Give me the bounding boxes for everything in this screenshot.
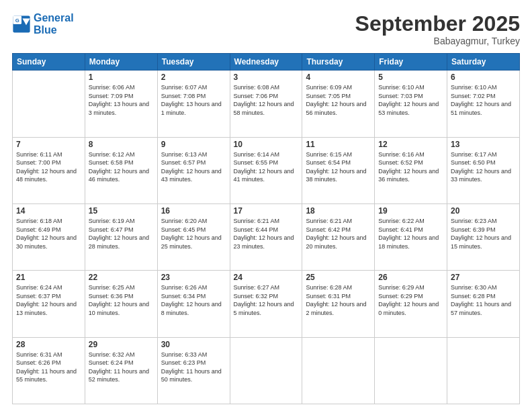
table-row: 2Sunrise: 6:07 AM Sunset: 7:08 PM Daylig…: [157, 71, 230, 137]
day-number: 5: [378, 73, 443, 82]
header-wednesday: Wednesday: [230, 54, 302, 71]
cell-info: Sunrise: 6:13 AM Sunset: 6:57 PM Dayligh…: [161, 150, 226, 184]
cell-info: Sunrise: 6:31 AM Sunset: 6:26 PM Dayligh…: [16, 351, 81, 384]
day-number: 28: [16, 340, 81, 349]
table-row: 5Sunrise: 6:10 AM Sunset: 7:03 PM Daylig…: [375, 71, 447, 137]
page: G General Blue September 2025 Babayagmur…: [0, 0, 532, 411]
logo-line1: General: [34, 12, 74, 24]
day-number: 25: [306, 273, 371, 282]
day-number: 22: [89, 273, 154, 282]
table-row: 18Sunrise: 6:21 AM Sunset: 6:42 PM Dayli…: [302, 203, 375, 270]
cell-info: Sunrise: 6:18 AM Sunset: 6:49 PM Dayligh…: [16, 217, 81, 250]
calendar-header-row: Sunday Monday Tuesday Wednesday Thursday…: [13, 54, 520, 71]
cell-info: Sunrise: 6:27 AM Sunset: 6:32 PM Dayligh…: [234, 283, 299, 317]
table-row: 14Sunrise: 6:18 AM Sunset: 6:49 PM Dayli…: [13, 203, 85, 270]
cell-info: Sunrise: 6:23 AM Sunset: 6:39 PM Dayligh…: [451, 217, 516, 250]
cell-info: Sunrise: 6:20 AM Sunset: 6:45 PM Dayligh…: [161, 217, 226, 250]
subtitle: Babayagmur, Turkey: [355, 36, 520, 46]
table-row: 30Sunrise: 6:33 AM Sunset: 6:23 PM Dayli…: [157, 337, 230, 404]
day-number: 10: [234, 140, 299, 149]
cell-info: Sunrise: 6:25 AM Sunset: 6:36 PM Dayligh…: [89, 283, 154, 317]
cell-info: Sunrise: 6:29 AM Sunset: 6:29 PM Dayligh…: [378, 283, 443, 317]
table-row: 1Sunrise: 6:06 AM Sunset: 7:09 PM Daylig…: [85, 71, 157, 137]
table-row: 13Sunrise: 6:17 AM Sunset: 6:50 PM Dayli…: [447, 137, 520, 203]
day-number: 30: [161, 340, 226, 349]
table-row: 29Sunrise: 6:32 AM Sunset: 6:24 PM Dayli…: [85, 337, 157, 404]
table-row: 22Sunrise: 6:25 AM Sunset: 6:36 PM Dayli…: [85, 271, 157, 337]
day-number: 19: [378, 206, 443, 216]
table-row: 15Sunrise: 6:19 AM Sunset: 6:47 PM Dayli…: [85, 203, 157, 270]
cell-info: Sunrise: 6:28 AM Sunset: 6:31 PM Dayligh…: [306, 283, 371, 317]
table-row: 3Sunrise: 6:08 AM Sunset: 7:06 PM Daylig…: [230, 71, 302, 137]
cell-info: Sunrise: 6:30 AM Sunset: 6:28 PM Dayligh…: [451, 283, 516, 317]
day-number: 21: [16, 273, 81, 282]
day-number: 4: [306, 73, 371, 82]
table-row: 17Sunrise: 6:21 AM Sunset: 6:44 PM Dayli…: [230, 203, 302, 270]
cell-info: Sunrise: 6:06 AM Sunset: 7:09 PM Dayligh…: [89, 83, 154, 117]
table-row: 25Sunrise: 6:28 AM Sunset: 6:31 PM Dayli…: [302, 271, 375, 337]
main-title: September 2025: [355, 12, 520, 36]
day-number: 9: [161, 140, 226, 149]
table-row: 6Sunrise: 6:10 AM Sunset: 7:02 PM Daylig…: [447, 71, 520, 137]
cell-info: Sunrise: 6:26 AM Sunset: 6:34 PM Dayligh…: [161, 283, 226, 317]
day-number: 26: [378, 273, 443, 282]
cell-info: Sunrise: 6:16 AM Sunset: 6:52 PM Dayligh…: [378, 150, 443, 184]
table-row: 12Sunrise: 6:16 AM Sunset: 6:52 PM Dayli…: [375, 137, 447, 203]
table-row: 27Sunrise: 6:30 AM Sunset: 6:28 PM Dayli…: [447, 271, 520, 337]
cell-info: Sunrise: 6:19 AM Sunset: 6:47 PM Dayligh…: [89, 217, 154, 250]
day-number: 6: [451, 73, 516, 82]
cell-info: Sunrise: 6:17 AM Sunset: 6:50 PM Dayligh…: [451, 150, 516, 184]
day-number: 14: [16, 206, 81, 216]
calendar-week-5: 28Sunrise: 6:31 AM Sunset: 6:26 PM Dayli…: [13, 337, 520, 404]
day-number: 29: [89, 340, 154, 349]
day-number: 3: [234, 73, 299, 82]
header-saturday: Saturday: [447, 54, 520, 71]
cell-info: Sunrise: 6:21 AM Sunset: 6:42 PM Dayligh…: [306, 217, 371, 250]
day-number: 11: [306, 140, 371, 149]
day-number: 8: [89, 140, 154, 149]
header-thursday: Thursday: [302, 54, 375, 71]
cell-info: Sunrise: 6:21 AM Sunset: 6:44 PM Dayligh…: [234, 217, 299, 250]
header-friday: Friday: [375, 54, 447, 71]
cell-info: Sunrise: 6:33 AM Sunset: 6:23 PM Dayligh…: [161, 351, 226, 384]
cell-info: Sunrise: 6:07 AM Sunset: 7:08 PM Dayligh…: [161, 83, 226, 117]
cell-info: Sunrise: 6:24 AM Sunset: 6:37 PM Dayligh…: [16, 283, 81, 317]
svg-text:G: G: [15, 17, 19, 23]
calendar-week-2: 7Sunrise: 6:11 AM Sunset: 7:00 PM Daylig…: [13, 137, 520, 203]
calendar-week-3: 14Sunrise: 6:18 AM Sunset: 6:49 PM Dayli…: [13, 203, 520, 270]
cell-info: Sunrise: 6:08 AM Sunset: 7:06 PM Dayligh…: [234, 83, 299, 117]
day-number: 2: [161, 73, 226, 82]
table-row: 10Sunrise: 6:14 AM Sunset: 6:55 PM Dayli…: [230, 137, 302, 203]
table-row: 20Sunrise: 6:23 AM Sunset: 6:39 PM Dayli…: [447, 203, 520, 270]
day-number: 1: [89, 73, 154, 82]
day-number: 27: [451, 273, 516, 282]
table-row: 19Sunrise: 6:22 AM Sunset: 6:41 PM Dayli…: [375, 203, 447, 270]
table-row: [375, 337, 447, 404]
table-row: 8Sunrise: 6:12 AM Sunset: 6:58 PM Daylig…: [85, 137, 157, 203]
cell-info: Sunrise: 6:10 AM Sunset: 7:03 PM Dayligh…: [378, 83, 443, 117]
day-number: 13: [451, 140, 516, 149]
table-row: [302, 337, 375, 404]
table-row: 9Sunrise: 6:13 AM Sunset: 6:57 PM Daylig…: [157, 137, 230, 203]
table-row: [13, 71, 85, 137]
table-row: 11Sunrise: 6:15 AM Sunset: 6:54 PM Dayli…: [302, 137, 375, 203]
table-row: [230, 337, 302, 404]
day-number: 20: [451, 206, 516, 216]
cell-info: Sunrise: 6:32 AM Sunset: 6:24 PM Dayligh…: [89, 351, 154, 384]
cell-info: Sunrise: 6:09 AM Sunset: 7:05 PM Dayligh…: [306, 83, 371, 117]
logo-text: General Blue: [34, 12, 74, 36]
cell-info: Sunrise: 6:12 AM Sunset: 6:58 PM Dayligh…: [89, 150, 154, 184]
header: G General Blue September 2025 Babayagmur…: [12, 12, 520, 46]
table-row: 28Sunrise: 6:31 AM Sunset: 6:26 PM Dayli…: [13, 337, 85, 404]
logo-line2: Blue: [34, 24, 74, 36]
logo: G General Blue: [12, 12, 74, 36]
table-row: 16Sunrise: 6:20 AM Sunset: 6:45 PM Dayli…: [157, 203, 230, 270]
header-tuesday: Tuesday: [157, 54, 230, 71]
day-number: 17: [234, 206, 299, 216]
cell-info: Sunrise: 6:10 AM Sunset: 7:02 PM Dayligh…: [451, 83, 516, 117]
calendar-table: Sunday Monday Tuesday Wednesday Thursday…: [12, 53, 520, 404]
cell-info: Sunrise: 6:11 AM Sunset: 7:00 PM Dayligh…: [16, 150, 81, 184]
title-block: September 2025 Babayagmur, Turkey: [355, 12, 520, 46]
calendar-week-1: 1Sunrise: 6:06 AM Sunset: 7:09 PM Daylig…: [13, 71, 520, 137]
day-number: 18: [306, 206, 371, 216]
